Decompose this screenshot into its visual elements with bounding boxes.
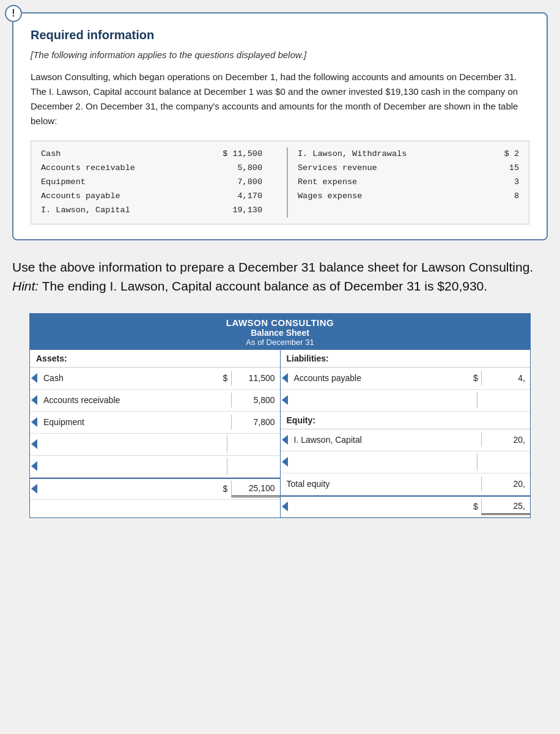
- bs-total-liab-value: 25,: [481, 499, 530, 515]
- bs-ap-label: Accounts payable: [288, 371, 471, 385]
- bs-row-ap: Accounts payable $ 4,: [281, 368, 531, 390]
- triangle-total: [31, 484, 37, 494]
- equipment-label: Equipment: [41, 176, 86, 190]
- triangle-total-liab: [282, 502, 288, 511]
- triangle-empty1: [31, 439, 37, 449]
- bs-header: LAWSON CONSULTING Balance Sheet As of De…: [30, 314, 530, 349]
- bs-total-assets-value: 25,100: [231, 481, 280, 497]
- bs-total-liab-equity-row: $ 25,: [281, 495, 531, 517]
- bs-liab-empty-input[interactable]: [482, 394, 525, 406]
- info-box: ! Required information [The following in…: [12, 12, 548, 240]
- bs-cash-label: Cash: [37, 371, 220, 385]
- bs-liab-empty-value[interactable]: [477, 391, 530, 409]
- bs-cash-value: 11,500: [231, 371, 280, 385]
- bs-empty-input-1[interactable]: [232, 438, 275, 450]
- bs-total-equity-row: Total equity 20,: [281, 473, 531, 495]
- triangle-empty2: [31, 461, 37, 471]
- bs-capital-dollar: [470, 437, 481, 442]
- data-row-capital: I. Lawson, Capital 19,130: [41, 204, 262, 218]
- data-row-withdrawals: I. Lawson, Withdrawals $ 2: [298, 147, 519, 161]
- ar-label: Accounts receivable: [41, 161, 135, 176]
- left-data-col: Cash $ 11,500 Accounts receivable 5,800 …: [41, 147, 262, 218]
- bs-liabilities-section: Liabilities: Accounts payable $ 4, Equit…: [281, 350, 531, 517]
- bs-total-assets-label: [37, 486, 220, 491]
- bs-ar-dollar: [220, 398, 231, 402]
- info-subtitle: [The following information applies to th…: [31, 50, 529, 60]
- bs-assets-empty-row-1: [30, 434, 280, 456]
- bs-ar-value: 5,800: [231, 393, 280, 407]
- bs-date: As of December 31: [30, 338, 530, 347]
- bs-body: Assets: Cash $ 11,500 Accounts receivabl…: [30, 349, 530, 517]
- bs-row-cash: Cash $ 11,500: [30, 368, 280, 390]
- cash-value: $ 11,500: [223, 147, 262, 161]
- triangle-ap: [282, 373, 288, 383]
- capital-label: I. Lawson, Capital: [41, 204, 130, 218]
- data-row-ar: Accounts receivable 5,800: [41, 161, 262, 176]
- hint-label: Hint:: [12, 279, 39, 293]
- bs-empty-input-2[interactable]: [232, 460, 275, 472]
- bs-equipment-dollar: [220, 420, 231, 424]
- bs-equipment-value: 7,800: [231, 415, 280, 429]
- bs-liab-empty-dollar: [466, 398, 477, 402]
- triangle-capital: [282, 435, 288, 445]
- data-row-equipment: Equipment 7,800: [41, 176, 262, 190]
- bs-total-liab-dollar: $: [470, 499, 481, 514]
- data-row-wages: Wages expense 8: [298, 190, 519, 204]
- bs-empty-value-1[interactable]: [227, 436, 280, 453]
- capital-value: 19,130: [226, 204, 262, 218]
- triangle-equity-empty: [282, 457, 288, 467]
- rent-value: 3: [495, 176, 519, 190]
- bs-liabilities-header: Liabilities:: [281, 350, 531, 368]
- bs-equity-empty-dollar: [466, 459, 477, 464]
- bs-liab-empty-label: [288, 398, 466, 402]
- bs-empty-label-1: [37, 442, 216, 447]
- instruction-text1: Use the above information to prepare a D…: [12, 260, 533, 274]
- triangle-cash: [31, 373, 37, 383]
- bs-row-equipment: Equipment 7,800: [30, 412, 280, 434]
- bs-capital-label: I. Lawson, Capital: [288, 432, 471, 447]
- data-row-ap: Accounts payable 4,170: [41, 190, 262, 204]
- wages-value: 8: [495, 190, 519, 204]
- bs-empty-value-2[interactable]: [227, 458, 280, 475]
- bs-total-equity-value: 20,: [481, 476, 530, 491]
- data-row-rent: Rent expense 3: [298, 176, 519, 190]
- balance-sheet-table: LAWSON CONSULTING Balance Sheet As of De…: [29, 313, 531, 518]
- bs-row-ar: Accounts receivable 5,800: [30, 390, 280, 412]
- triangle-liab-empty: [282, 395, 288, 405]
- bs-equity-empty-value[interactable]: [477, 453, 530, 470]
- bs-assets-total-row: $ 25,100: [30, 478, 280, 500]
- bs-equity-empty-row: [281, 451, 531, 473]
- required-title: Required information: [31, 28, 529, 42]
- alert-icon: !: [5, 5, 22, 22]
- bs-total-equity-label: Total equity: [281, 476, 471, 491]
- services-value: 15: [495, 161, 519, 176]
- rent-label: Rent expense: [298, 176, 357, 190]
- bs-title: Balance Sheet: [30, 328, 530, 338]
- services-label: Services revenue: [298, 161, 377, 176]
- bs-total-dollar: $: [220, 481, 231, 496]
- bs-empty-label-2: [37, 464, 216, 469]
- bs-equity-header: Equity:: [281, 412, 531, 429]
- equipment-value: 7,800: [226, 176, 262, 190]
- bs-total-equity-dollar: [470, 481, 481, 486]
- bs-equity-empty-label: [288, 459, 466, 464]
- right-data-col: I. Lawson, Withdrawals $ 2 Services reve…: [287, 147, 519, 218]
- triangle-ar: [31, 395, 37, 405]
- bs-total-liab-label: [288, 504, 471, 509]
- instruction-paragraph: Use the above information to prepare a D…: [12, 258, 548, 296]
- bs-assets-section: Assets: Cash $ 11,500 Accounts receivabl…: [30, 350, 281, 517]
- bs-empty-dollar-1: [216, 442, 227, 447]
- bs-row-capital: I. Lawson, Capital 20,: [281, 429, 531, 451]
- bs-ap-value: 4,: [481, 371, 530, 385]
- ar-value: 5,800: [226, 161, 262, 176]
- ap-value: 4,170: [226, 190, 262, 204]
- instruction-text2: The ending I. Lawson, Capital account ba…: [39, 279, 487, 293]
- wages-label: Wages expense: [298, 190, 362, 204]
- triangle-equipment: [31, 417, 37, 427]
- ap-label: Accounts payable: [41, 190, 120, 204]
- bs-ar-label: Accounts receivable: [37, 393, 220, 407]
- bs-equipment-label: Equipment: [37, 415, 220, 429]
- bs-company-name: LAWSON CONSULTING: [30, 317, 530, 328]
- bs-equity-empty-input[interactable]: [482, 456, 525, 468]
- bs-assets-header: Assets:: [30, 350, 280, 368]
